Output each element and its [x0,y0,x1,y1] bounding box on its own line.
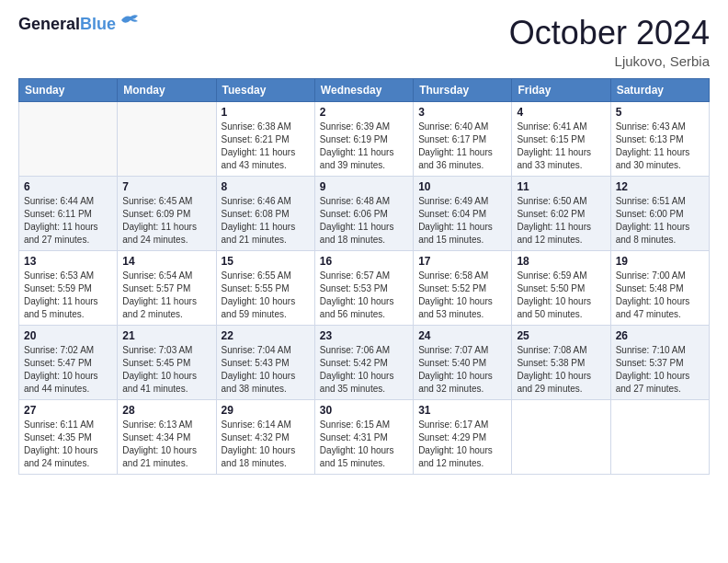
sunset-text: Sunset: 5:38 PM [517,357,605,370]
calendar-page: GeneralBlue October 2024 Ljukovo, Serbia… [0,0,728,563]
sunset-text: Sunset: 4:34 PM [122,431,210,444]
sunrise-text: Sunrise: 6:58 AM [418,270,506,282]
day-info: Sunrise: 6:41 AMSunset: 6:15 PMDaylight:… [517,121,605,172]
table-row: 31Sunrise: 6:17 AMSunset: 4:29 PMDayligh… [414,399,512,474]
day-number: 15 [222,255,310,268]
table-row: 1Sunrise: 6:38 AMSunset: 6:21 PMDaylight… [216,101,314,176]
sunset-text: Sunset: 5:40 PM [418,357,506,370]
daylight-text: Daylight: 11 hours and 24 minutes. [122,221,210,247]
day-info: Sunrise: 6:13 AMSunset: 4:34 PMDaylight:… [122,419,210,470]
day-number: 2 [320,106,408,119]
daylight-text: Daylight: 10 hours and 41 minutes. [122,370,210,396]
table-row [19,101,118,176]
table-row: 5Sunrise: 6:43 AMSunset: 6:13 PMDaylight… [610,101,709,176]
sunset-text: Sunset: 6:00 PM [616,208,704,221]
day-number: 18 [517,255,605,268]
col-monday: Monday [118,78,216,101]
sunset-text: Sunset: 6:09 PM [122,208,210,221]
sunset-text: Sunset: 5:48 PM [616,282,704,295]
day-number: 31 [418,404,506,417]
daylight-text: Daylight: 10 hours and 12 minutes. [418,444,506,470]
daylight-text: Daylight: 11 hours and 33 minutes. [517,146,605,172]
header-row: Sunday Monday Tuesday Wednesday Thursday… [19,78,710,101]
calendar-table: Sunday Monday Tuesday Wednesday Thursday… [18,78,710,475]
sunset-text: Sunset: 4:29 PM [418,431,506,444]
sunset-text: Sunset: 6:11 PM [24,208,112,221]
logo-text: GeneralBlue [18,15,116,34]
daylight-text: Daylight: 11 hours and 18 minutes. [320,221,408,247]
day-info: Sunrise: 7:08 AMSunset: 5:38 PMDaylight:… [517,344,605,396]
daylight-text: Daylight: 11 hours and 21 minutes. [222,221,310,247]
sunrise-text: Sunrise: 7:07 AM [418,344,506,357]
daylight-text: Daylight: 10 hours and 32 minutes. [418,370,506,396]
logo-general: General [18,15,80,33]
day-number: 22 [222,329,310,342]
day-number: 11 [517,180,605,193]
daylight-text: Daylight: 10 hours and 56 minutes. [320,295,408,321]
sunset-text: Sunset: 6:08 PM [222,208,310,221]
daylight-text: Daylight: 10 hours and 38 minutes. [222,370,310,396]
sunrise-text: Sunrise: 6:17 AM [418,419,506,431]
day-info: Sunrise: 6:49 AMSunset: 6:04 PMDaylight:… [418,195,506,247]
day-number: 8 [222,180,310,193]
daylight-text: Daylight: 11 hours and 2 minutes. [122,295,210,321]
sunrise-text: Sunrise: 6:40 AM [418,121,506,133]
day-info: Sunrise: 6:46 AMSunset: 6:08 PMDaylight:… [222,195,310,247]
calendar-row: 27Sunrise: 6:11 AMSunset: 4:35 PMDayligh… [19,399,710,474]
daylight-text: Daylight: 10 hours and 27 minutes. [616,370,704,396]
day-number: 16 [320,255,408,268]
sunrise-text: Sunrise: 7:04 AM [222,344,310,357]
daylight-text: Daylight: 10 hours and 50 minutes. [517,295,605,321]
daylight-text: Daylight: 10 hours and 24 minutes. [24,444,112,470]
daylight-text: Daylight: 10 hours and 35 minutes. [320,370,408,396]
day-info: Sunrise: 6:39 AMSunset: 6:19 PMDaylight:… [320,121,408,172]
table-row: 6Sunrise: 6:44 AMSunset: 6:11 PMDaylight… [19,176,118,250]
day-info: Sunrise: 7:06 AMSunset: 5:42 PMDaylight:… [320,344,408,396]
table-row: 25Sunrise: 7:08 AMSunset: 5:38 PMDayligh… [512,325,610,399]
sunset-text: Sunset: 6:04 PM [418,208,506,221]
day-number: 28 [122,404,210,417]
day-info: Sunrise: 6:59 AMSunset: 5:50 PMDaylight:… [517,270,605,321]
sunrise-text: Sunrise: 6:15 AM [320,419,408,431]
sunrise-text: Sunrise: 6:57 AM [320,270,408,282]
sunrise-text: Sunrise: 6:50 AM [517,195,605,208]
table-row: 9Sunrise: 6:48 AMSunset: 6:06 PMDaylight… [314,176,413,250]
daylight-text: Daylight: 11 hours and 15 minutes. [418,221,506,247]
day-number: 3 [418,106,506,119]
day-info: Sunrise: 7:04 AMSunset: 5:43 PMDaylight:… [222,344,310,396]
day-info: Sunrise: 6:43 AMSunset: 6:13 PMDaylight:… [616,121,704,172]
logo: GeneralBlue [18,15,140,34]
sunrise-text: Sunrise: 6:38 AM [222,121,310,133]
sunrise-text: Sunrise: 7:08 AM [517,344,605,357]
day-number: 26 [616,329,704,342]
daylight-text: Daylight: 10 hours and 44 minutes. [24,370,112,396]
day-info: Sunrise: 6:53 AMSunset: 5:59 PMDaylight:… [24,270,112,321]
day-info: Sunrise: 7:00 AMSunset: 5:48 PMDaylight:… [616,270,704,321]
day-number: 17 [418,255,506,268]
sunset-text: Sunset: 6:02 PM [517,208,605,221]
daylight-text: Daylight: 10 hours and 15 minutes. [320,444,408,470]
sunrise-text: Sunrise: 6:48 AM [320,195,408,208]
sunset-text: Sunset: 4:32 PM [222,431,310,444]
sunset-text: Sunset: 6:15 PM [517,133,605,146]
table-row: 26Sunrise: 7:10 AMSunset: 5:37 PMDayligh… [610,325,709,399]
day-info: Sunrise: 6:11 AMSunset: 4:35 PMDaylight:… [24,419,112,470]
table-row: 17Sunrise: 6:58 AMSunset: 5:52 PMDayligh… [414,250,512,325]
sunrise-text: Sunrise: 6:41 AM [517,121,605,133]
daylight-text: Daylight: 10 hours and 47 minutes. [616,295,704,321]
table-row [512,399,610,474]
day-info: Sunrise: 6:57 AMSunset: 5:53 PMDaylight:… [320,270,408,321]
table-row: 15Sunrise: 6:55 AMSunset: 5:55 PMDayligh… [216,250,314,325]
daylight-text: Daylight: 11 hours and 5 minutes. [24,295,112,321]
calendar-row: 20Sunrise: 7:02 AMSunset: 5:47 PMDayligh… [19,325,710,399]
day-number: 7 [122,180,210,193]
day-number: 9 [320,180,408,193]
table-row: 29Sunrise: 6:14 AMSunset: 4:32 PMDayligh… [216,399,314,474]
day-info: Sunrise: 6:45 AMSunset: 6:09 PMDaylight:… [122,195,210,247]
day-info: Sunrise: 6:14 AMSunset: 4:32 PMDaylight:… [222,419,310,470]
sunset-text: Sunset: 4:31 PM [320,431,408,444]
daylight-text: Daylight: 10 hours and 53 minutes. [418,295,506,321]
table-row: 12Sunrise: 6:51 AMSunset: 6:00 PMDayligh… [610,176,709,250]
table-row: 18Sunrise: 6:59 AMSunset: 5:50 PMDayligh… [512,250,610,325]
sunrise-text: Sunrise: 7:03 AM [122,344,210,357]
